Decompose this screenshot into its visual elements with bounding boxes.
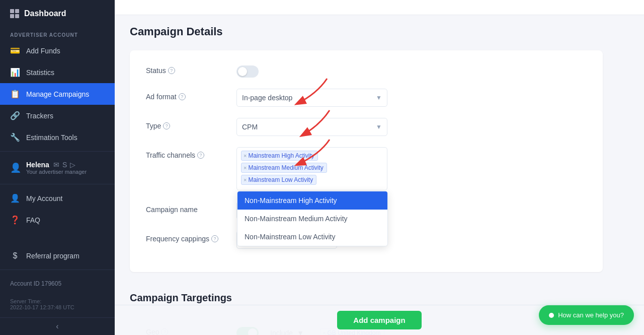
remove-medium-icon[interactable]: × [244, 165, 247, 171]
chevron-down-icon: ▼ [376, 94, 382, 101]
main-content: Campaign Details Status ? Ad format [115, 0, 644, 335]
remove-low-icon[interactable]: × [244, 177, 247, 183]
sidebar-item-add-funds[interactable]: 💳 Add Funds [0, 40, 115, 61]
page-title: Campaign Details [130, 15, 603, 50]
sidebar-item-label: Estimation Tools [26, 133, 77, 142]
chat-label: How can we help you? [558, 311, 624, 319]
sidebar-item-dashboard[interactable]: Dashboard [0, 0, 115, 27]
telegram-icon[interactable]: ▷ [70, 161, 75, 169]
chat-online-dot [549, 313, 554, 318]
campaign-name-label: Campaign name [146, 202, 226, 214]
estimation-tools-icon: 🔧 [10, 132, 20, 142]
sidebar-bottom: $ Referral program Account ID 179605 Ser… [0, 245, 115, 335]
sidebar-item-label: Referral program [26, 252, 79, 260]
status-toggle-control [236, 62, 587, 78]
sidebar-collapse-button[interactable]: ‹ [0, 317, 115, 335]
sidebar-item-my-account[interactable]: 👤 My Account [0, 187, 115, 209]
type-label: Type ? [146, 118, 226, 130]
sidebar-item-statistics[interactable]: 📊 Statistics [0, 61, 115, 83]
chevron-down-icon-2: ▼ [376, 123, 382, 130]
traffic-tag-low: × Mainstream Low Activity [241, 175, 316, 185]
sidebar-divider-2 [0, 184, 115, 184]
dropdown-item-non-medium[interactable]: Non-Mainstream Medium Activity [237, 210, 387, 228]
ad-format-control: In-page desktop ▼ [236, 89, 587, 107]
traffic-tags-list: × Mainstream High Activity × Mainstream … [241, 151, 383, 185]
dropdown-item-non-high[interactable]: Non-Mainstream High Activity [237, 191, 387, 210]
traffic-tag-label: Mainstream High Activity [248, 152, 314, 159]
skype-icon[interactable]: S [62, 161, 67, 169]
sidebar-item-label: My Account [26, 194, 62, 203]
manager-name: Helena [26, 161, 49, 169]
frequency-cappings-label: Frequency cappings ? [146, 231, 226, 243]
dropdown-item-non-low[interactable]: Non-Mainstream Low Activity [237, 228, 387, 246]
remove-high-icon[interactable]: × [244, 153, 247, 159]
traffic-channels-row: Traffic channels ? × Mainstream High Act… [146, 147, 587, 190]
manager-role-label: Your advertiser manager [26, 169, 87, 175]
sidebar: Dashboard ADVERTISER ACCOUNT 💳 Add Funds… [0, 0, 115, 335]
frequency-help-icon[interactable]: ? [211, 235, 218, 242]
traffic-tag-label: Mainstream Medium Activity [248, 164, 323, 171]
type-row: Type ? CPM ▼ [146, 118, 587, 136]
ad-format-select[interactable]: In-page desktop ▼ [236, 89, 387, 107]
ad-format-help-icon[interactable]: ? [179, 93, 186, 100]
manager-avatar-icon: 👤 [10, 162, 21, 173]
sidebar-item-manage-campaigns[interactable]: 📋 Manage Campaigns [0, 83, 115, 105]
statistics-icon: 📊 [10, 68, 20, 77]
traffic-channels-dropdown: Non-Mainstream High Activity Non-Mainstr… [237, 191, 388, 246]
traffic-channels-multiselect[interactable]: × Mainstream High Activity × Mainstream … [236, 147, 387, 190]
server-time-label: Server Time: 2022-10-17 12:37:48 UTC [0, 294, 115, 317]
sidebar-dashboard-label: Dashboard [24, 9, 66, 18]
email-icon[interactable]: ✉ [53, 161, 59, 169]
status-label: Status ? [146, 62, 226, 75]
sidebar-item-label: Trackers [26, 112, 53, 120]
trackers-icon: 🔗 [10, 111, 20, 120]
traffic-channels-control: × Mainstream High Activity × Mainstream … [236, 147, 587, 190]
traffic-tag-label: Mainstream Low Activity [248, 176, 313, 183]
manager-contact-icons: ✉ S ▷ [53, 161, 75, 169]
type-help-icon[interactable]: ? [163, 122, 170, 129]
referral-icon: $ [10, 251, 20, 260]
add-funds-icon: 💳 [10, 46, 20, 55]
sidebar-divider-3 [0, 270, 115, 270]
sidebar-item-label: Manage Campaigns [26, 90, 89, 98]
type-select[interactable]: CPM ▼ [236, 118, 387, 136]
sidebar-item-trackers[interactable]: 🔗 Trackers [0, 105, 115, 126]
status-row: Status ? [146, 62, 587, 78]
my-account-icon: 👤 [10, 193, 20, 203]
add-campaign-button[interactable]: Add campaign [337, 311, 421, 329]
traffic-channels-label: Traffic channels ? [146, 147, 226, 159]
account-id: Account ID 179605 [0, 273, 115, 294]
sidebar-item-label: Add Funds [26, 47, 60, 55]
sidebar-divider [0, 151, 115, 152]
type-control: CPM ▼ [236, 118, 587, 136]
chat-widget[interactable]: How can we help you? [539, 305, 634, 325]
sidebar-section-label: ADVERTISER ACCOUNT [0, 27, 115, 40]
traffic-tag-medium: × Mainstream Medium Activity [241, 163, 327, 173]
grid-icon [10, 9, 19, 18]
traffic-tag-high: × Mainstream High Activity [241, 151, 318, 161]
traffic-channels-help-icon[interactable]: ? [197, 152, 204, 159]
sidebar-item-label: Statistics [26, 69, 54, 77]
sidebar-item-faq[interactable]: ❓ FAQ [0, 209, 115, 231]
ad-format-row: Ad format ? In-page desktop ▼ [146, 89, 587, 107]
sidebar-item-estimation-tools[interactable]: 🔧 Estimation Tools [0, 126, 115, 148]
top-bar [115, 0, 644, 15]
status-help-icon[interactable]: ? [168, 67, 175, 74]
campaign-details-section: Status ? Ad format ? In-page desktop [130, 50, 603, 272]
faq-icon: ❓ [10, 215, 20, 225]
chevron-left-icon: ‹ [56, 322, 58, 331]
ad-format-label: Ad format ? [146, 89, 226, 101]
sidebar-item-referral[interactable]: $ Referral program [0, 245, 115, 266]
type-value: CPM [242, 123, 258, 131]
status-toggle[interactable] [236, 65, 259, 78]
toggle-knob [238, 67, 247, 76]
ad-format-value: In-page desktop [242, 94, 292, 102]
sidebar-item-label: FAQ [26, 216, 40, 224]
sidebar-manager: 👤 Helena ✉ S ▷ Your advertiser manager [0, 155, 115, 181]
manage-campaigns-icon: 📋 [10, 89, 20, 99]
